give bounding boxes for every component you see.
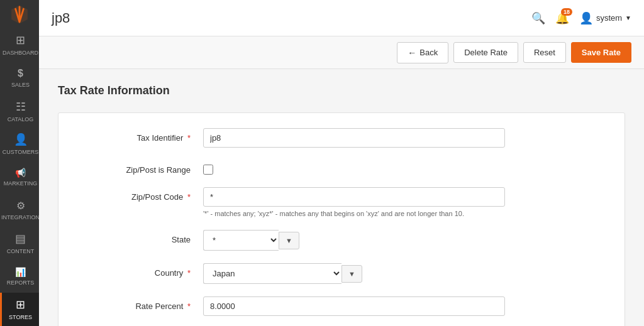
rate-percent-row: Rate Percent * <box>77 296 606 316</box>
sidebar-item-label: Integration <box>1 214 39 221</box>
sidebar-item-reports[interactable]: 📊 Reports <box>0 260 39 293</box>
catalog-icon: ☷ <box>16 100 26 114</box>
sidebar-item-label: Marketing <box>4 180 38 187</box>
rate-percent-label: Rate Percent * <box>77 296 203 311</box>
action-toolbar: ← Back Delete Rate Reset Save Rate <box>39 36 644 69</box>
sales-icon: $ <box>18 68 23 79</box>
sidebar-item-label: Content <box>7 248 35 255</box>
delete-rate-button[interactable]: Delete Rate <box>453 42 518 63</box>
state-select-wrapper: * ▼ <box>203 230 505 251</box>
sidebar-item-content[interactable]: ▤ Content <box>0 227 39 260</box>
sidebar-item-dashboard[interactable]: ⊞ Dashboard <box>0 28 39 62</box>
sidebar-item-stores[interactable]: ⊞ Stores <box>0 293 39 326</box>
sidebar-item-marketing[interactable]: 📢 Marketing <box>0 161 39 194</box>
section-title: Tax Rate Information <box>58 84 625 97</box>
save-rate-button[interactable]: Save Rate <box>571 42 631 63</box>
dashboard-icon: ⊞ <box>16 33 25 47</box>
country-select-wrapper: Japan ▼ <box>203 263 505 284</box>
sidebar-item-label: Customers <box>3 149 38 156</box>
sidebar-item-customers[interactable]: 👤 Customers <box>0 128 39 161</box>
country-dropdown-button[interactable]: ▼ <box>341 265 362 283</box>
sidebar-item-label: Catalog <box>8 116 34 123</box>
zip-code-hint: '*' - matches any; 'xyz*' - matches any … <box>203 210 505 217</box>
notification-badge: 18 <box>561 8 572 16</box>
sidebar-item-label: Stores <box>9 314 32 321</box>
search-icon[interactable]: 🔍 <box>531 11 545 25</box>
user-icon: 👤 <box>579 11 593 25</box>
content-icon: ▤ <box>15 232 26 246</box>
marketing-icon: 📢 <box>15 168 26 178</box>
tax-rate-form: Tax Identifier * Zip/Post is Range <box>58 112 625 326</box>
tax-identifier-label: Tax Identifier * <box>77 128 203 143</box>
top-header: jp8 🔍 🔔 18 👤 system ▼ <box>39 0 644 36</box>
user-menu[interactable]: 👤 system ▼ <box>579 11 631 25</box>
header-actions: 🔍 🔔 18 👤 system ▼ <box>531 11 631 25</box>
tax-identifier-field <box>203 128 505 148</box>
zip-range-checkbox[interactable] <box>203 165 213 175</box>
back-button[interactable]: ← Back <box>397 42 448 63</box>
zip-range-field <box>203 160 505 175</box>
notifications-button[interactable]: 🔔 18 <box>555 11 569 25</box>
zip-code-row: Zip/Post Code * '*' - matches any; 'xyz*… <box>77 187 606 217</box>
sidebar-item-label: Dashboard <box>3 50 38 57</box>
chevron-down-icon: ▼ <box>625 14 631 21</box>
sidebar-item-catalog[interactable]: ☷ Catalog <box>0 95 39 128</box>
rate-percent-field <box>203 296 505 316</box>
back-arrow-icon: ← <box>408 48 416 58</box>
tax-identifier-input[interactable] <box>203 128 505 148</box>
page-content: Tax Rate Information Tax Identifier * Zi… <box>39 69 644 326</box>
country-row: Country * Japan ▼ <box>77 263 606 284</box>
required-indicator: * <box>187 302 191 311</box>
state-dropdown-button[interactable]: ▼ <box>279 232 299 249</box>
zip-range-row: Zip/Post is Range <box>77 160 606 175</box>
state-select[interactable]: * <box>203 230 279 251</box>
reset-button[interactable]: Reset <box>523 42 566 63</box>
customers-icon: 👤 <box>14 133 28 146</box>
zip-code-label: Zip/Post Code * <box>77 187 203 202</box>
state-row: State * ▼ <box>77 230 606 251</box>
country-label: Country * <box>77 263 203 278</box>
zip-code-input[interactable] <box>203 187 505 207</box>
logo[interactable] <box>0 0 39 28</box>
tax-identifier-row: Tax Identifier * <box>77 128 606 148</box>
zip-range-checkbox-wrapper <box>203 160 505 175</box>
state-label: State <box>77 230 203 244</box>
required-indicator: * <box>187 192 191 202</box>
state-field: * ▼ <box>203 230 505 251</box>
sidebar-item-integration[interactable]: ⚙ Integration <box>0 193 39 227</box>
sidebar-item-sales[interactable]: $ Sales <box>0 62 39 95</box>
user-name: system <box>596 13 622 23</box>
sidebar: ⊞ Dashboard $ Sales ☷ Catalog 👤 Customer… <box>0 0 39 326</box>
reports-icon: 📊 <box>15 267 26 277</box>
zip-code-field: '*' - matches any; 'xyz*' - matches any … <box>203 187 505 217</box>
required-indicator: * <box>187 133 191 143</box>
required-indicator: * <box>187 268 191 278</box>
country-field: Japan ▼ <box>203 263 505 284</box>
zip-range-label: Zip/Post is Range <box>77 160 203 175</box>
stores-icon: ⊞ <box>16 298 25 312</box>
rate-percent-input[interactable] <box>203 296 505 316</box>
country-select[interactable]: Japan <box>203 263 341 284</box>
sidebar-item-label: Reports <box>7 280 34 286</box>
sidebar-item-label: Sales <box>11 82 30 89</box>
integration-icon: ⚙ <box>16 200 25 212</box>
main-content: jp8 🔍 🔔 18 👤 system ▼ ← Back Delete Rate… <box>39 0 644 326</box>
page-title: jp8 <box>52 10 70 26</box>
